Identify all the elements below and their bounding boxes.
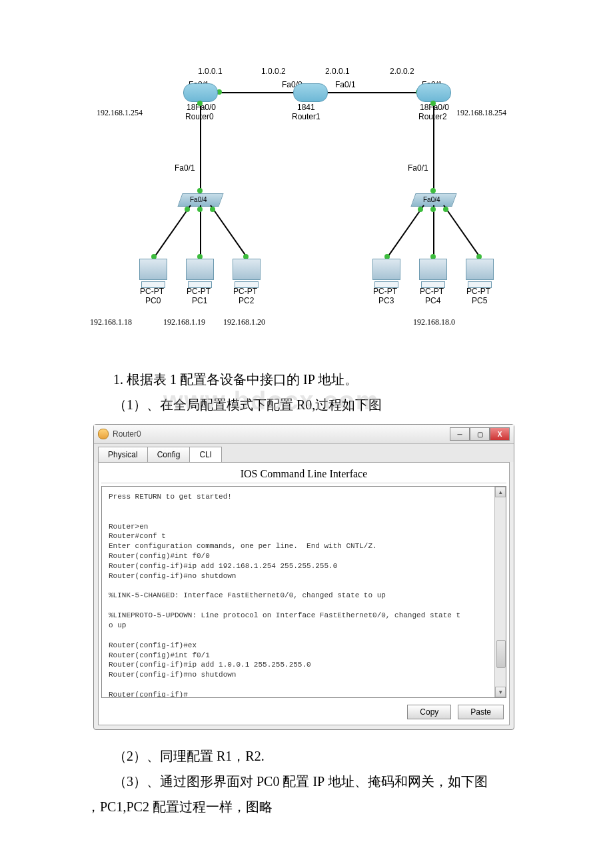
router2-icon: [416, 83, 450, 101]
maximize-button[interactable]: ▢: [470, 427, 490, 441]
device-label: PC5: [472, 296, 487, 305]
body-text-5: ，PC1,PC2 配置过程一样，图略: [87, 794, 526, 819]
router0-icon: [183, 83, 217, 101]
device-label: PC-PT: [373, 287, 397, 296]
port-label: Fa0/4: [423, 196, 440, 203]
cli-output[interactable]: Press RETURN to get started! Router>en R…: [102, 487, 506, 697]
ip-label: 2.0.0.2: [390, 67, 414, 76]
port-label: Fa0/4: [190, 196, 207, 203]
ip-label: 192.168.1.18: [90, 317, 132, 327]
ip-label: 192.168.18.0: [413, 317, 455, 327]
body-text-1: 1. 根据表 1 配置各设备中接口的 IP 地址。: [87, 367, 526, 392]
pc0-icon: [137, 259, 170, 288]
network-topology: 1.0.0.1 1.0.0.2 2.0.0.1 2.0.0.2 192.168.…: [87, 67, 526, 353]
body-text-3: （2）、同理配置 R1，R2.: [87, 743, 526, 769]
titlebar: Router0 ─ ▢ X: [94, 425, 514, 444]
device-label: PC-PT: [466, 287, 490, 296]
ip-label: 192.168.1.20: [223, 317, 265, 327]
cli-panel: IOS Command Line Interface Press RETURN …: [98, 462, 510, 725]
device-label: PC-PT: [140, 287, 164, 296]
scroll-down-icon[interactable]: ▾: [495, 687, 506, 697]
device-label: PC-PT: [233, 287, 257, 296]
scroll-up-icon[interactable]: ▴: [495, 487, 506, 497]
device-label: PC1: [192, 296, 207, 305]
device-label: PC-PT: [420, 287, 444, 296]
pc1-icon: [183, 259, 217, 288]
tab-cli[interactable]: CLI: [189, 447, 222, 462]
scrollbar[interactable]: ▴ ▾: [494, 487, 506, 697]
device-label: PC0: [145, 296, 161, 305]
ip-label: 192.168.1.254: [97, 108, 143, 118]
tabs: Physical Config CLI: [94, 444, 514, 462]
router-icon: [98, 429, 109, 439]
port-label: Fa0/1: [175, 163, 195, 173]
ip-label: 192.168.18.254: [456, 108, 506, 118]
device-label: Router1: [292, 112, 320, 121]
device-label: PC4: [425, 296, 440, 305]
ip-label: 192.168.1.19: [163, 317, 205, 327]
port-label: Fa0/1: [335, 80, 356, 89]
minimize-button[interactable]: ─: [450, 427, 470, 441]
close-button[interactable]: X: [490, 427, 510, 441]
ip-label: 2.0.0.1: [325, 67, 350, 76]
body-text-4: （3）、通过图形界面对 PC0 配置 IP 地址、掩码和网关，如下图: [87, 769, 526, 794]
device-label: PC-PT: [187, 287, 211, 296]
ip-label: 1.0.0.2: [261, 67, 286, 76]
pc2-icon: [230, 259, 263, 288]
tab-config[interactable]: Config: [147, 447, 191, 462]
scroll-thumb[interactable]: [496, 640, 506, 668]
body-text-2: （1）、在全局配置模式下配置 R0,过程如下图: [87, 392, 526, 417]
cli-title: IOS Command Line Interface: [101, 465, 506, 483]
tab-physical[interactable]: Physical: [98, 447, 148, 462]
pc5-icon: [463, 259, 496, 288]
device-label: PC3: [378, 296, 394, 305]
port-label: Fa0/1: [408, 163, 428, 173]
pc3-icon: [370, 259, 403, 288]
router0-window: Router0 ─ ▢ X Physical Config CLI IOS Co…: [93, 424, 514, 730]
copy-button[interactable]: Copy: [407, 705, 451, 719]
device-label: 1841: [297, 103, 315, 112]
pc4-icon: [416, 259, 450, 288]
device-label: PC2: [239, 296, 254, 305]
router1-icon: [293, 83, 326, 101]
window-title: Router0: [113, 429, 450, 439]
ip-label: 1.0.0.1: [198, 67, 223, 76]
paste-button[interactable]: Paste: [458, 705, 504, 719]
